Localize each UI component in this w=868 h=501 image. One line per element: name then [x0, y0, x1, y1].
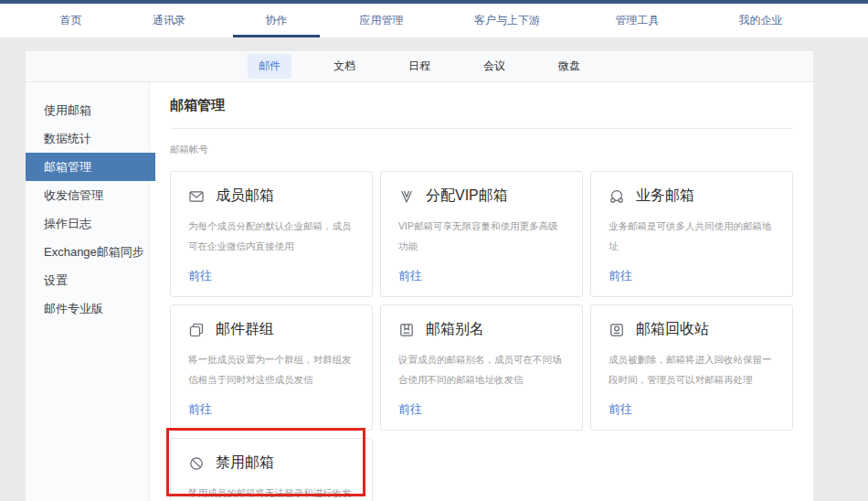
nav-item-contacts[interactable]: 通讯录: [114, 4, 224, 37]
sidebar-item-operation-log[interactable]: 操作日志: [26, 209, 149, 238]
card-title: 邮件群组: [216, 320, 274, 339]
card-mailbox-alias[interactable]: 邮箱别名 设置成员的邮箱别名，成员可在不同场合使用不同的邮箱地址收发信 前往: [380, 304, 583, 431]
card-grid: 成员邮箱 为每个成员分配的默认企业邮箱，成员可在企业微信内直接使用 前往: [170, 171, 793, 501]
module-tab-bar: 邮件 文档 日程 会议 微盘: [26, 51, 813, 82]
card-description: VIP邮箱可享无限容量和使用更多高级功能: [398, 216, 565, 256]
tab-meeting[interactable]: 会议: [472, 54, 516, 79]
tab-calendar[interactable]: 日程: [397, 54, 441, 79]
alias-tag-icon: [398, 322, 415, 338]
card-description: 业务邮箱是可供多人共同使用的邮箱地址: [609, 216, 775, 256]
sidebar-item-exchange-sync[interactable]: Exchange邮箱同步: [26, 238, 149, 266]
card-description: 将一批成员设置为一个群组，对群组发信相当于同时对这些成员发信: [188, 349, 355, 389]
tab-drive[interactable]: 微盘: [547, 54, 591, 79]
mail-group-icon: [188, 322, 205, 338]
card-description: 设置成员的邮箱别名，成员可在不同场合使用不同的邮箱地址收发信: [398, 349, 565, 389]
page-title: 邮箱管理: [170, 97, 793, 129]
nav-item-app-management[interactable]: 应用管理: [329, 4, 434, 37]
card-title: 业务邮箱: [636, 187, 694, 206]
sidebar-item-send-receive[interactable]: 收发信管理: [26, 181, 149, 209]
card-description: 成员被删除，邮箱将进入回收站保留一段时间，管理员可以对邮箱再处理: [609, 349, 775, 389]
section-label-mail-accounts: 邮箱帐号: [170, 144, 793, 156]
card-vip-mailbox[interactable]: 分配VIP邮箱 VIP邮箱可享无限容量和使用更多高级功能 前往: [380, 171, 583, 297]
disable-icon: [188, 455, 205, 472]
sidebar-item-use-mailbox[interactable]: 使用邮箱: [26, 96, 149, 124]
nav-item-home[interactable]: 首页: [27, 4, 114, 37]
card-title: 邮箱回收站: [636, 320, 709, 339]
tab-mail[interactable]: 邮件: [248, 54, 291, 79]
card-title: 禁用邮箱: [216, 453, 274, 473]
nav-item-customers[interactable]: 客户与上下游: [434, 4, 580, 37]
card-title: 邮箱别名: [426, 320, 484, 339]
top-navigation: 首页 通讯录 协作 应用管理 客户与上下游 管理工具 我的企业: [0, 4, 868, 37]
sidebar-item-statistics[interactable]: 数据统计: [26, 124, 149, 153]
card-title: 分配VIP邮箱: [426, 187, 508, 206]
go-link[interactable]: 前往: [398, 268, 565, 284]
envelope-icon: [188, 188, 205, 205]
card-description: 为每个成员分配的默认企业邮箱，成员可在企业微信内直接使用: [188, 216, 355, 256]
recycle-bin-icon: [609, 322, 625, 338]
tab-docs[interactable]: 文档: [323, 54, 366, 79]
go-link[interactable]: 前往: [188, 401, 355, 418]
main-panel: 邮件 文档 日程 会议 微盘 使用邮箱 数据统计 邮箱管理 收发信管理 操作日志…: [26, 51, 813, 501]
go-link[interactable]: 前往: [609, 268, 775, 284]
sidebar: 使用邮箱 数据统计 邮箱管理 收发信管理 操作日志 Exchange邮箱同步 设…: [26, 82, 150, 501]
vip-v-icon: [398, 188, 415, 205]
nav-item-admin-tools[interactable]: 管理工具: [580, 4, 694, 37]
card-disabled-mailbox[interactable]: 禁用邮箱 禁用成员的邮箱将无法登录和进行收发信 前往: [170, 438, 373, 501]
card-description: 禁用成员的邮箱将无法登录和进行收发信: [188, 483, 355, 501]
card-business-mailbox[interactable]: 业务邮箱 业务邮箱是可供多人共同使用的邮箱地址 前往: [590, 171, 793, 297]
go-link[interactable]: 前往: [398, 401, 565, 418]
go-link[interactable]: 前往: [609, 401, 775, 418]
content-area: 邮箱管理 邮箱帐号 成员邮箱 为每个成员分配的默认企业邮箱，成员可在企业微信内直…: [150, 82, 813, 501]
card-title: 成员邮箱: [216, 187, 274, 206]
card-mailbox-recycle-bin[interactable]: 邮箱回收站 成员被删除，邮箱将进入回收站保留一段时间，管理员可以对邮箱再处理 前…: [590, 304, 793, 431]
sidebar-item-settings[interactable]: 设置: [26, 266, 149, 294]
go-link[interactable]: 前往: [188, 268, 355, 284]
nav-item-collaboration[interactable]: 协作: [224, 4, 329, 37]
card-mail-group[interactable]: 邮件群组 将一批成员设置为一个群组，对群组发信相当于同时对这些成员发信 前往: [170, 304, 373, 431]
nav-item-my-company[interactable]: 我的企业: [694, 4, 827, 37]
card-member-mailbox[interactable]: 成员邮箱 为每个成员分配的默认企业邮箱，成员可在企业微信内直接使用 前往: [170, 171, 373, 297]
sidebar-item-mailbox-management[interactable]: 邮箱管理: [26, 153, 155, 181]
shared-account-icon: [609, 188, 625, 205]
sidebar-item-mail-pro[interactable]: 邮件专业版: [26, 294, 149, 323]
